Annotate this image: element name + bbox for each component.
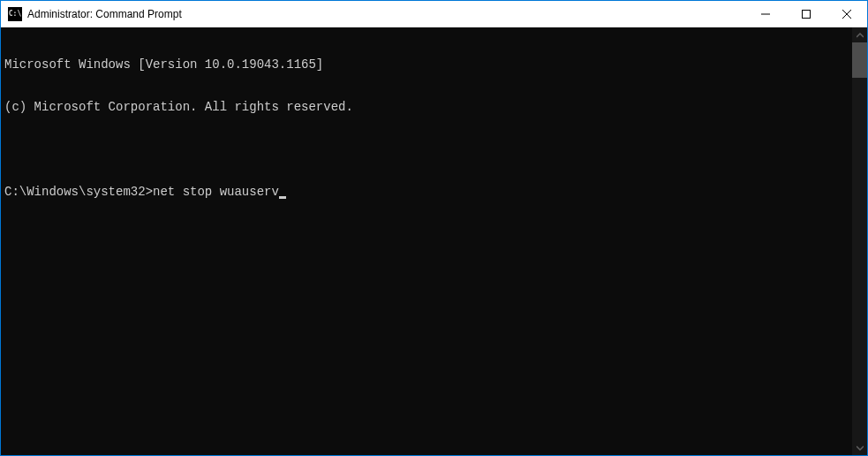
terminal-area: Microsoft Windows [Version 10.0.19043.11… <box>1 27 867 455</box>
cursor <box>279 196 286 199</box>
minimize-button[interactable] <box>745 1 786 27</box>
minimize-icon <box>761 10 770 19</box>
window-title: Administrator: Command Prompt <box>27 8 745 20</box>
chevron-down-icon <box>857 445 864 452</box>
scrollbar-down-button[interactable] <box>852 440 867 455</box>
app-icon-text: C:\ <box>9 11 21 18</box>
prompt: C:\Windows\system32> <box>4 185 153 199</box>
app-icon: C:\ <box>8 7 22 21</box>
close-icon <box>842 10 851 19</box>
chevron-up-icon <box>857 32 864 39</box>
maximize-button[interactable] <box>786 1 826 27</box>
scrollbar-thumb[interactable] <box>852 42 867 78</box>
vertical-scrollbar[interactable] <box>852 27 867 455</box>
terminal-line: (c) Microsoft Corporation. All rights re… <box>4 100 852 114</box>
titlebar[interactable]: C:\ Administrator: Command Prompt <box>1 1 867 27</box>
terminal-prompt-line: C:\Windows\system32>net stop wuauserv <box>4 185 852 199</box>
terminal-line <box>4 142 852 156</box>
terminal-line: Microsoft Windows [Version 10.0.19043.11… <box>4 57 852 72</box>
command-prompt-window: C:\ Administrator: Command Prompt <box>0 0 868 456</box>
window-controls <box>745 1 867 27</box>
maximize-icon <box>802 10 811 19</box>
svg-rect-1 <box>803 11 811 19</box>
command-input[interactable]: net stop wuauserv <box>153 185 279 199</box>
scrollbar-up-button[interactable] <box>852 27 867 42</box>
scrollbar-track[interactable] <box>852 42 867 440</box>
terminal[interactable]: Microsoft Windows [Version 10.0.19043.11… <box>1 27 852 455</box>
close-button[interactable] <box>826 1 867 27</box>
